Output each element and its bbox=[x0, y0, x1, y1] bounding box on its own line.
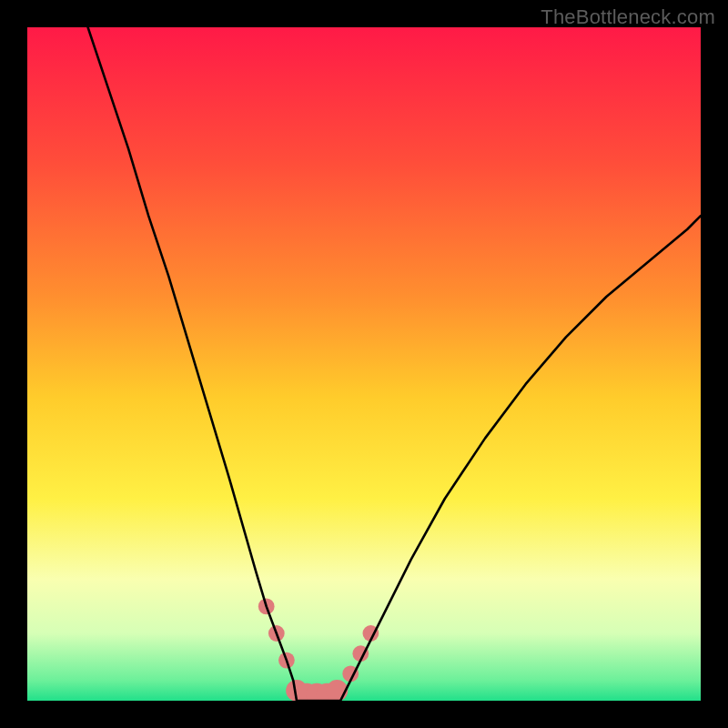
plot-area bbox=[27, 27, 701, 701]
watermark-text: TheBottleneck.com bbox=[541, 5, 715, 29]
curve-layer bbox=[27, 27, 701, 701]
bottleneck-curve bbox=[88, 27, 701, 701]
marker-group bbox=[258, 599, 379, 701]
chart-frame: TheBottleneck.com bbox=[0, 0, 728, 728]
